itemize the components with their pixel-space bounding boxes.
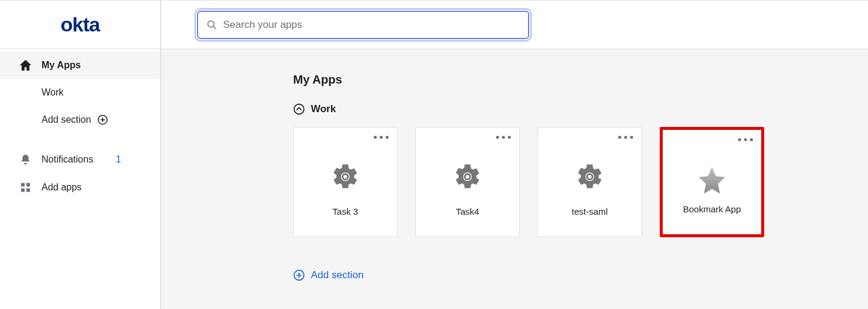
card-menu-button[interactable] [374, 136, 389, 139]
app-card-highlighted[interactable]: Bookmark App [660, 127, 764, 237]
plus-circle-icon [293, 269, 305, 281]
grid-icon [19, 182, 32, 193]
section-label: Work [311, 103, 336, 115]
add-section-label: Add section [311, 269, 364, 281]
add-section-button[interactable]: Add section [293, 269, 868, 281]
page-title: My Apps [293, 73, 868, 87]
topbar [161, 1, 868, 49]
sidebar: okta My Apps Work Add section [0, 1, 161, 309]
sidebar-item-notifications[interactable]: Notifications 1 [0, 145, 160, 174]
svg-point-7 [294, 104, 304, 114]
sidebar-item-label: My Apps [42, 60, 81, 71]
sidebar-add-section[interactable]: Add section [0, 106, 160, 133]
svg-rect-2 [27, 183, 30, 187]
bell-icon [19, 154, 32, 165]
gear-icon [453, 162, 482, 192]
card-menu-button[interactable] [738, 138, 753, 141]
sidebar-item-my-apps[interactable]: My Apps [0, 52, 160, 79]
search-icon [206, 20, 217, 30]
card-menu-button[interactable] [496, 136, 511, 139]
svg-point-8 [342, 174, 348, 179]
app-card-label: Bookmark App [683, 204, 741, 214]
gear-icon [575, 162, 605, 192]
svg-rect-4 [27, 189, 30, 192]
main-area: My Apps Work Task 3 [161, 1, 868, 309]
sidebar-nav: My Apps Work Add section Notifications 1 [0, 49, 160, 201]
app-card-label: Task4 [456, 206, 479, 216]
chevron-up-circle-icon [293, 103, 305, 115]
gear-icon [330, 162, 360, 192]
sidebar-item-label: Notifications [42, 154, 93, 165]
app-card-label: Task 3 [332, 206, 358, 216]
search-input[interactable] [223, 19, 520, 31]
app-cards: Task 3 Task4 test-saml [293, 127, 868, 237]
sidebar-item-label: Add apps [42, 182, 82, 193]
svg-line-6 [213, 26, 216, 29]
star-icon [696, 164, 728, 196]
plus-circle-icon [97, 114, 108, 125]
home-icon [19, 60, 32, 71]
svg-point-5 [208, 21, 214, 27]
content: My Apps Work Task 3 [161, 49, 868, 309]
app-card[interactable]: Task4 [415, 127, 520, 237]
sidebar-item-label: Work [42, 87, 63, 97]
notifications-badge: 1 [116, 154, 121, 165]
logo-area: okta [0, 1, 160, 49]
app-card-label: test-saml [572, 206, 608, 216]
search-box[interactable] [197, 11, 529, 39]
sidebar-item-label: Add section [42, 114, 91, 125]
card-menu-button[interactable] [618, 136, 633, 139]
svg-point-9 [465, 174, 470, 179]
app-card[interactable]: Task 3 [293, 127, 398, 237]
section-header[interactable]: Work [293, 103, 868, 115]
svg-point-10 [587, 174, 592, 179]
svg-rect-1 [21, 183, 25, 187]
brand-logo: okta [61, 13, 100, 36]
app-card[interactable]: test-saml [538, 127, 642, 237]
sidebar-item-work[interactable]: Work [0, 79, 160, 106]
sidebar-item-add-apps[interactable]: Add apps [0, 174, 160, 201]
svg-rect-3 [21, 189, 25, 192]
